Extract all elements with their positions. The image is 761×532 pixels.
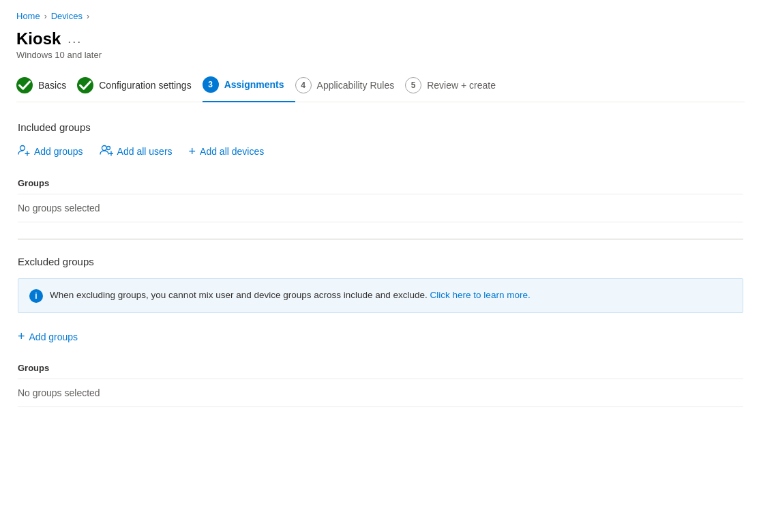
breadcrumb-devices[interactable]: Devices — [51, 11, 83, 21]
breadcrumb-sep-1: › — [44, 12, 47, 21]
step-assignments-label: Assignments — [224, 79, 284, 90]
excluded-groups-title: Excluded groups — [18, 256, 743, 267]
step-review-circle: 5 — [405, 77, 421, 93]
add-all-users-button[interactable]: Add all users — [100, 144, 173, 159]
step-basics[interactable]: Basics — [16, 77, 77, 102]
add-groups-excluded-button[interactable]: + Add groups — [18, 329, 78, 344]
svg-point-2 — [106, 147, 110, 150]
excluded-groups-empty-row: No groups selected — [18, 379, 743, 407]
plus-icon-devices: + — [189, 145, 196, 159]
svg-point-0 — [20, 146, 25, 151]
breadcrumb-home[interactable]: Home — [16, 11, 40, 21]
info-banner-link[interactable]: Click here to learn more. — [430, 290, 531, 300]
add-all-devices-button[interactable]: + Add all devices — [189, 145, 265, 159]
step-applicability-circle: 4 — [295, 77, 312, 93]
person-add-icon — [18, 144, 30, 159]
plus-icon-excluded: + — [18, 329, 25, 344]
add-groups-included-label: Add groups — [34, 146, 83, 157]
included-groups-title: Included groups — [18, 121, 743, 133]
wizard-nav: Basics Configuration settings 3 Assignme… — [16, 76, 745, 102]
section-divider — [18, 239, 743, 239]
step-assignments[interactable]: 3 Assignments — [203, 76, 295, 102]
page-header: Kiosk ... Windows 10 and later — [16, 29, 745, 60]
step-configuration-label: Configuration settings — [99, 80, 191, 91]
svg-point-1 — [102, 146, 106, 151]
page-title: Kiosk — [16, 29, 61, 48]
add-all-devices-label: Add all devices — [200, 146, 264, 157]
included-groups-actions: Add groups Add all users + Add all devic… — [18, 144, 743, 159]
step-review-label: Review + create — [427, 80, 496, 91]
add-groups-included-button[interactable]: Add groups — [18, 144, 83, 159]
included-groups-empty-row: No groups selected — [18, 194, 743, 222]
people-add-icon — [100, 144, 113, 159]
page-subtitle: Windows 10 and later — [16, 50, 745, 60]
excluded-groups-actions: + Add groups — [18, 329, 743, 344]
info-banner: i When excluding groups, you cannot mix … — [18, 278, 743, 313]
excluded-groups-table: Groups No groups selected — [18, 357, 743, 407]
more-options-button[interactable]: ... — [68, 32, 82, 46]
step-applicability-label: Applicability Rules — [317, 80, 395, 91]
step-configuration-circle — [77, 77, 93, 93]
step-assignments-circle: 3 — [203, 76, 219, 93]
breadcrumb-sep-2: › — [87, 12, 89, 21]
content-area: Included groups Add groups — [16, 121, 745, 407]
included-groups-table: Groups No groups selected — [18, 173, 743, 222]
step-basics-circle — [16, 77, 33, 93]
excluded-groups-empty-message: No groups selected — [18, 379, 743, 407]
info-icon: i — [29, 289, 43, 303]
step-applicability[interactable]: 4 Applicability Rules — [295, 77, 406, 102]
add-all-users-label: Add all users — [117, 146, 173, 157]
included-groups-empty-message: No groups selected — [18, 194, 743, 222]
step-basics-label: Basics — [38, 80, 66, 91]
excluded-groups-column-header: Groups — [18, 357, 743, 379]
info-banner-text: When excluding groups, you cannot mix us… — [50, 289, 531, 302]
excluded-groups-section: Excluded groups i When excluding groups,… — [18, 256, 743, 407]
step-review[interactable]: 5 Review + create — [405, 77, 507, 102]
step-configuration[interactable]: Configuration settings — [77, 77, 202, 102]
included-groups-section: Included groups Add groups — [18, 121, 743, 222]
breadcrumb: Home › Devices › — [16, 11, 745, 21]
add-groups-excluded-label: Add groups — [29, 331, 78, 342]
included-groups-column-header: Groups — [18, 173, 743, 194]
